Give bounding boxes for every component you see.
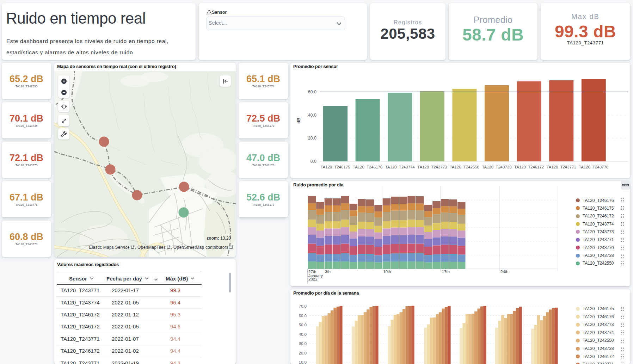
svg-text:70.0: 70.0 (299, 304, 307, 308)
svg-text:17th: 17th (442, 270, 450, 274)
svg-text:TA120_T246172: TA120_T246172 (514, 165, 544, 169)
svg-text:TA120_T243774: TA120_T243774 (385, 165, 415, 169)
svg-text:TA120_T246176: TA120_T246176 (353, 165, 382, 169)
svg-text:50.0: 50.0 (299, 323, 307, 327)
svg-text:10th: 10th (383, 270, 391, 274)
svg-text:30.0: 30.0 (299, 341, 307, 346)
svg-text:60.0: 60.0 (308, 90, 316, 94)
svg-text:TA120_T243771: TA120_T243771 (547, 165, 576, 169)
svg-text:20.0: 20.0 (308, 136, 316, 141)
svg-text:40.0: 40.0 (308, 113, 316, 118)
svg-text:TA120_T246175: TA120_T246175 (320, 165, 350, 169)
svg-text:TA120_T242550: TA120_T242550 (450, 165, 479, 169)
svg-text:40.0: 40.0 (299, 332, 307, 337)
svg-text:20.0: 20.0 (299, 351, 307, 355)
svg-text:2022: 2022 (308, 277, 318, 281)
svg-text:3th: 3th (325, 270, 331, 274)
svg-text:TA120_T243770: TA120_T243770 (579, 165, 608, 169)
svg-text:0.0: 0.0 (311, 159, 316, 164)
svg-text:60.0: 60.0 (299, 314, 307, 318)
svg-text:dB: dB (296, 117, 301, 123)
svg-text:TA120_T243773: TA120_T243773 (417, 165, 447, 169)
svg-text:10.0: 10.0 (299, 360, 307, 364)
svg-text:24th: 24th (500, 270, 508, 274)
svg-text:TA120_T243738: TA120_T243738 (482, 165, 511, 169)
